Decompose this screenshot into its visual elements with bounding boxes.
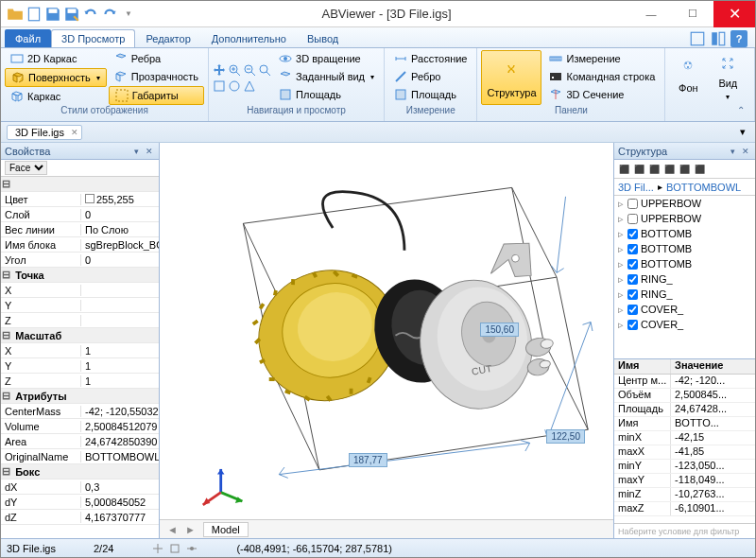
tree-btn3-icon[interactable]: ⬛: [647, 163, 661, 176]
close-panel-icon[interactable]: ✕: [144, 146, 155, 157]
property-row[interactable]: Z1: [1, 374, 159, 389]
property-row[interactable]: X1: [1, 343, 159, 358]
tab-3d-view[interactable]: 3D Просмотр: [51, 29, 135, 47]
tree-item[interactable]: ▹COVER_: [614, 302, 755, 317]
btn-3d-section[interactable]: 3D Сечение: [543, 86, 661, 103]
crumb-current[interactable]: BOTTOMBOWL: [662, 182, 745, 193]
close-panel-icon[interactable]: ✕: [740, 146, 751, 157]
tree-checkbox[interactable]: [627, 199, 638, 209]
snap-c-icon[interactable]: [185, 542, 198, 555]
property-row[interactable]: Area24,6742850390: [1, 434, 159, 449]
btn-edge[interactable]: Ребро: [388, 68, 472, 85]
tree-checkbox[interactable]: [627, 214, 638, 224]
prev-tab-icon[interactable]: ◄: [167, 524, 178, 535]
snap-b-icon[interactable]: [168, 542, 181, 555]
property-row[interactable]: OriginalNameBOTTOMBOWL: [1, 449, 159, 464]
tree-item[interactable]: ▹BOTTOMB: [614, 226, 755, 241]
help-button[interactable]: ?: [730, 30, 747, 47]
btn-area[interactable]: Площадь: [388, 86, 472, 103]
property-row[interactable]: CenterMass-42; -120,55032: [1, 404, 159, 419]
save-as-icon[interactable]: [63, 6, 80, 23]
tree-btn1-icon[interactable]: ⬛: [617, 163, 630, 176]
tree-item[interactable]: ▹BOTTOMB: [614, 256, 755, 271]
tab-file[interactable]: Файл: [5, 29, 51, 47]
info-row[interactable]: maxZ-6,10901...: [614, 502, 755, 516]
property-row[interactable]: Volume2,50084512079: [1, 419, 159, 434]
property-row[interactable]: Имя блокаsgBrepBlock_BO: [1, 237, 159, 253]
info-row[interactable]: Центр м...-42; -120...: [614, 375, 755, 389]
btn-background[interactable]: Фон: [669, 50, 707, 103]
tab-additional[interactable]: Дополнительно: [201, 29, 297, 47]
ribbon-opt1-icon[interactable]: [689, 30, 706, 47]
tree-btn2-icon[interactable]: ⬛: [632, 163, 645, 176]
btn-measurement-panel[interactable]: Измерение: [543, 50, 661, 67]
property-row[interactable]: X: [1, 283, 159, 298]
info-row[interactable]: Площадь24,67428...: [614, 403, 755, 417]
save-icon[interactable]: [44, 6, 61, 23]
zoom-fit-icon[interactable]: [258, 63, 271, 77]
crumb-root[interactable]: 3D Fil...: [614, 182, 658, 193]
info-grid[interactable]: ИмяЗначение Центр м...-42; -120...Объём2…: [614, 359, 755, 523]
zoom-out-icon[interactable]: [243, 63, 256, 77]
btn-edges[interactable]: Ребра: [109, 50, 204, 67]
btn-view[interactable]: Вид▾: [709, 50, 747, 103]
property-row[interactable]: Слой0: [1, 207, 159, 222]
snap-a-icon[interactable]: [151, 542, 164, 555]
undo-icon[interactable]: [82, 6, 99, 23]
panel-menu-icon[interactable]: ▾: [130, 146, 142, 157]
btn-structure[interactable]: Структура: [481, 50, 541, 105]
file-open-icon[interactable]: [7, 6, 24, 23]
redo-icon[interactable]: [101, 6, 118, 23]
tree-btn4-icon[interactable]: ⬛: [662, 163, 676, 176]
tree-item[interactable]: ▹BOTTOMB: [614, 241, 755, 256]
tree-checkbox[interactable]: [627, 244, 638, 254]
panel-menu-icon[interactable]: ▾: [727, 146, 738, 157]
info-row[interactable]: minX-42,15: [614, 431, 755, 445]
property-row[interactable]: Вес линииПо Слою: [1, 222, 159, 237]
property-row[interactable]: dZ4,167370777: [1, 510, 159, 525]
tree-item[interactable]: ▹UPPERBOW: [614, 211, 755, 226]
tree-checkbox[interactable]: [627, 289, 638, 300]
filter-input[interactable]: Наберите условие для фильтр: [614, 523, 755, 538]
info-row[interactable]: minZ-10,2763...: [614, 488, 755, 502]
close-tab-icon[interactable]: ✕: [71, 128, 78, 137]
btn-3d-rotate[interactable]: 3D вращение: [273, 50, 380, 67]
property-row[interactable]: Z: [1, 313, 159, 328]
property-row[interactable]: Цвет255,255: [1, 192, 159, 207]
tree-item[interactable]: ▹RING_: [614, 287, 755, 302]
nav-c-icon[interactable]: [243, 79, 256, 93]
tree-btn6-icon[interactable]: ⬛: [693, 163, 706, 176]
info-row[interactable]: maxX-41,85: [614, 445, 755, 460]
info-row[interactable]: ИмяBOTTO...: [614, 417, 755, 431]
close-button[interactable]: ✕: [713, 1, 755, 27]
entity-selector[interactable]: Face: [5, 161, 47, 175]
model-tab[interactable]: Model: [203, 522, 249, 537]
btn-2d-wireframe[interactable]: 2D Каркас: [5, 50, 107, 67]
maximize-button[interactable]: ☐: [672, 1, 713, 27]
btn-transparent[interactable]: Прозрачность: [109, 68, 204, 85]
tree-btn5-icon[interactable]: ⬛: [678, 163, 691, 176]
property-row[interactable]: dX0,3: [1, 480, 159, 495]
ribbon-collapse[interactable]: ⌃: [669, 105, 750, 119]
tree-item[interactable]: ▹COVER_: [614, 317, 755, 332]
btn-preset-view[interactable]: Заданный вид▾: [273, 68, 380, 85]
tree-checkbox[interactable]: [627, 259, 638, 270]
property-row[interactable]: dY5,000845052: [1, 495, 159, 510]
pan-icon[interactable]: [213, 63, 226, 77]
btn-distance[interactable]: Расстояние: [388, 50, 472, 67]
info-row[interactable]: minY-123,050...: [614, 460, 755, 474]
tree-item[interactable]: ▹UPPERBOW: [614, 196, 755, 211]
ribbon-opt2-icon[interactable]: [710, 30, 727, 47]
btn-command-line[interactable]: Командная строка: [543, 68, 661, 85]
minimize-button[interactable]: —: [630, 1, 672, 27]
3d-viewport[interactable]: CUT: [160, 143, 613, 519]
tree-checkbox[interactable]: [627, 305, 638, 315]
tab-editor[interactable]: Редактор: [135, 29, 200, 47]
qat-dropdown-icon[interactable]: ▼: [120, 6, 137, 23]
next-tab-icon[interactable]: ►: [185, 524, 196, 535]
zoom-in-icon[interactable]: [228, 63, 241, 77]
tree-item[interactable]: ▹RING_: [614, 271, 755, 287]
btn-surface[interactable]: Поверхность▾: [5, 68, 107, 87]
btn-wireframe[interactable]: Каркас: [5, 88, 107, 105]
tree-checkbox[interactable]: [627, 274, 638, 285]
